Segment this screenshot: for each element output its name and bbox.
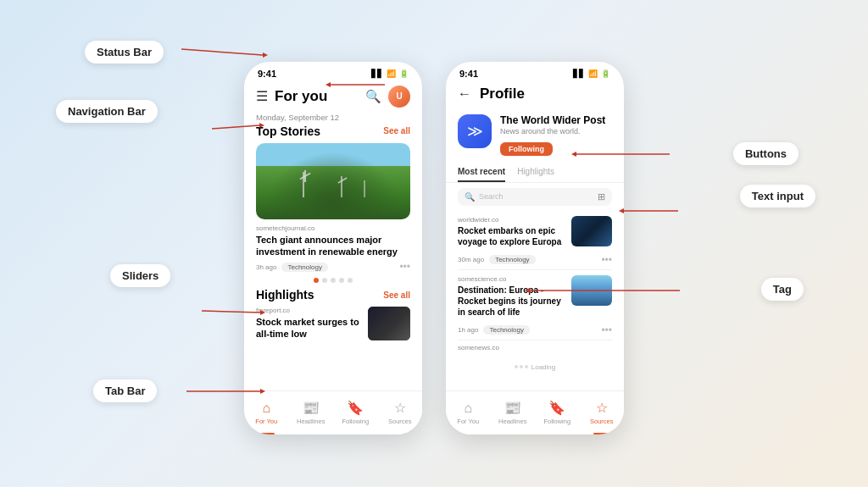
ld-3 <box>525 365 528 368</box>
article-text-1: worldwider.co Rocket embarks on epic voy… <box>458 216 565 247</box>
tab-bar-1: ⌂ For You 📰 Headlines 🔖 Following ☆ Sour… <box>244 390 422 434</box>
status-icons-2: ▋▋ 📶 🔋 <box>573 69 610 78</box>
dot-3[interactable] <box>331 278 336 283</box>
battery-icon-2: 🔋 <box>601 69 610 78</box>
phone-2: 9:41 ▋▋ 📶 🔋 ← Profile ≫ The World Wider … <box>446 62 624 434</box>
article-source-p2-1: worldwider.co <box>458 216 565 224</box>
following-icon-2: 🔖 <box>548 400 565 416</box>
tab-for-you-1[interactable]: ⌂ For You <box>244 401 289 425</box>
text-input-annotation: Text input <box>740 185 815 208</box>
top-stories-title: Top Stories <box>256 125 320 138</box>
top-stories-see-all[interactable]: See all <box>383 126 410 136</box>
article-item-1[interactable]: worldwider.co Rocket embarks on epic voy… <box>446 211 624 252</box>
dot-4[interactable] <box>339 278 344 283</box>
article-time-p2-2: 1h ago <box>458 326 478 334</box>
profile-title: Profile <box>480 86 525 102</box>
dots-menu-1[interactable]: ••• <box>399 261 410 273</box>
loading-label: Loading <box>531 363 555 371</box>
following-icon-1: 🔖 <box>347 400 364 416</box>
tab-sources-label-2: Sources <box>590 418 614 425</box>
status-bar-1: 9:41 ▋▋ 📶 🔋 <box>244 62 422 82</box>
tab-for-you-2[interactable]: ⌂ For You <box>446 401 491 425</box>
loading-indicator: Loading <box>446 358 624 376</box>
nav-left-1: ☰ For you <box>256 88 327 105</box>
story-image-1 <box>256 143 410 219</box>
tab-bar-2: ⌂ For You 📰 Headlines 🔖 Following ☆ Sour… <box>446 390 624 434</box>
article-text-3: somenews.co <box>458 344 612 353</box>
status-bar-2: 9:41 ▋▋ 📶 🔋 <box>446 62 624 82</box>
highlight-img-inner <box>368 307 410 340</box>
filter-icon[interactable]: ⊞ <box>598 191 605 202</box>
status-bar-annotation: Status Bar <box>85 41 164 64</box>
tab-following-label-2: Following <box>543 418 570 425</box>
following-button[interactable]: Following <box>500 142 553 156</box>
search-icon-1[interactable]: 🔍 <box>365 89 381 104</box>
highlight-image <box>368 307 410 340</box>
top-stories-header: Top Stories See all <box>256 125 410 138</box>
phone1-content: Monday, September 12 Top Stories See all… <box>244 113 422 344</box>
search-input-2[interactable]: Search <box>479 192 593 201</box>
article-tag-1[interactable]: Technology <box>281 263 327 272</box>
dot-5[interactable] <box>348 278 353 283</box>
content-tabs: Most recent Highlights <box>446 163 624 183</box>
dot-2[interactable] <box>322 278 327 283</box>
highlight-row: finreport.co Stock market surges to all-… <box>256 307 410 344</box>
tab-highlights-2[interactable]: Highlights <box>517 163 554 182</box>
tab-headlines-1[interactable]: 📰 Headlines <box>289 400 334 425</box>
wifi-icon-2: 📶 <box>588 69 598 78</box>
article-text-2: somescience.co Destination: Europa - Roc… <box>458 275 565 318</box>
dots-menu-p2-2[interactable]: ••• <box>601 324 612 336</box>
tab-sources-2[interactable]: ☆ Sources <box>580 400 625 425</box>
tab-underline-2 <box>593 433 619 434</box>
tab-most-recent[interactable]: Most recent <box>458 163 505 182</box>
svg-line-0 <box>181 49 263 55</box>
search-icon-2: 🔍 <box>465 192 475 202</box>
article-item-2[interactable]: somescience.co Destination: Europa - Roc… <box>446 270 624 323</box>
avatar-1[interactable]: U <box>388 86 410 108</box>
tab-sources-label-1: Sources <box>388 418 412 425</box>
ld-1 <box>515 365 518 368</box>
battery-icon: 🔋 <box>399 69 409 78</box>
status-time-1: 9:41 <box>258 69 276 79</box>
tab-headlines-label-2: Headlines <box>498 418 526 425</box>
signal-icon-2: ▋▋ <box>573 69 585 78</box>
tab-sources-1[interactable]: ☆ Sources <box>378 400 423 425</box>
dot-1[interactable] <box>314 278 319 283</box>
date-label-1: Monday, September 12 <box>256 113 410 122</box>
tag-annotation: Tag <box>761 278 804 301</box>
hamburger-icon[interactable]: ☰ <box>256 88 268 104</box>
highlights-header: Highlights See all <box>256 288 410 302</box>
search-row[interactable]: 🔍 Search ⊞ <box>458 188 612 206</box>
headlines-icon-2: 📰 <box>504 400 521 416</box>
highlights-see-all[interactable]: See all <box>383 291 410 300</box>
article-title-p2-1: Rocket embarks on epic voyage to explore… <box>458 225 565 247</box>
dots-menu-p2-1[interactable]: ••• <box>601 254 612 266</box>
nav-title-1: For you <box>275 88 327 105</box>
publisher-name: The World Wider Post <box>500 114 612 126</box>
article-source-p2-2: somescience.co <box>458 275 565 283</box>
tab-following-1[interactable]: 🔖 Following <box>333 400 378 425</box>
profile-nav: ← Profile <box>446 82 624 108</box>
tab-headlines-2[interactable]: 📰 Headlines <box>491 400 536 425</box>
highlight-source: finreport.co <box>256 307 361 314</box>
article-title-1[interactable]: Tech giant announces major investment in… <box>256 234 410 258</box>
article-meta-p2-1: 30m ago Technology ••• <box>446 252 624 269</box>
slider-dots <box>256 278 410 283</box>
article-source-1: sometechjournal.co <box>256 224 410 232</box>
headlines-icon-1: 📰 <box>303 400 320 416</box>
tab-headlines-label-1: Headlines <box>297 418 325 425</box>
tab-bar-annotation: Tab Bar <box>93 379 157 402</box>
article-tag-p2-2[interactable]: Technology <box>483 325 529 335</box>
back-arrow[interactable]: ← <box>458 86 471 102</box>
profile-info: The World Wider Post News around the wor… <box>500 114 612 156</box>
tab-following-label-1: Following <box>342 418 369 425</box>
article-tag-p2-1[interactable]: Technology <box>489 255 535 264</box>
highlight-title[interactable]: Stock market surges to all-time low <box>256 316 361 340</box>
ld-2 <box>520 365 523 368</box>
loading-dots <box>515 365 528 368</box>
article-time-1: 3h ago <box>256 263 276 271</box>
status-time-2: 9:41 <box>459 69 478 79</box>
article-thumb-2 <box>571 275 612 306</box>
sources-icon-2: ☆ <box>596 400 608 416</box>
tab-following-2[interactable]: 🔖 Following <box>535 400 580 425</box>
